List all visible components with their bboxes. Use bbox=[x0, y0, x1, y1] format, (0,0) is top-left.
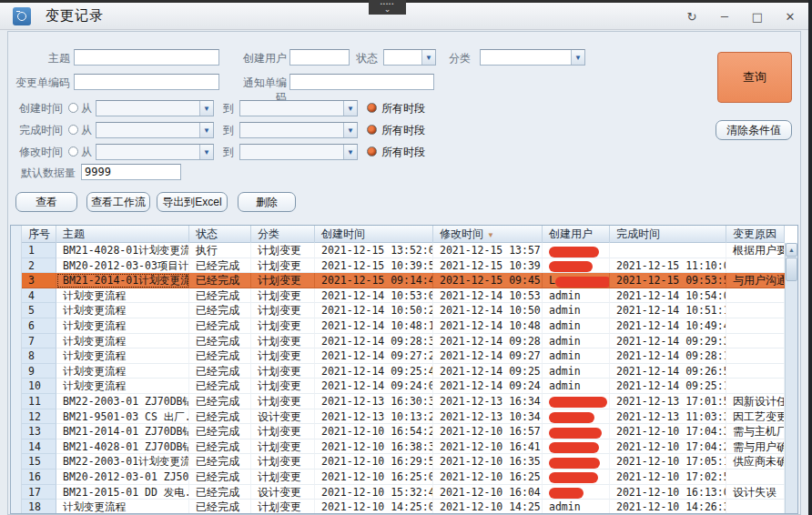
cell-modified: 2021-12-14 09:28:38 bbox=[433, 334, 543, 349]
default-count-input[interactable] bbox=[81, 164, 181, 180]
column-header-reason[interactable]: 变更原因 bbox=[726, 226, 785, 243]
table-row[interactable]: 2BM20-2012-03-03项目计...已经完成计划变更2021-12-15… bbox=[22, 258, 785, 274]
clear-conditions-button[interactable]: 清除条件值 bbox=[716, 120, 792, 140]
cell-reason: 因工艺变更 bbox=[726, 409, 785, 425]
creator-input[interactable] bbox=[289, 49, 350, 66]
cell-creator: admin bbox=[543, 348, 610, 364]
cell-category: 计划变更 bbox=[251, 318, 315, 334]
refresh-icon[interactable]: ↻ bbox=[685, 9, 699, 24]
chevron-down-icon: ▼ bbox=[343, 101, 357, 116]
cell-creator bbox=[543, 258, 610, 274]
table-row[interactable]: 11BM22-2003-01 ZJ70DB钻...已经完成计划变更2021-12… bbox=[22, 394, 785, 409]
created-allperiod-radio[interactable] bbox=[367, 103, 377, 113]
cell-reason bbox=[726, 288, 785, 304]
cell-creator bbox=[543, 454, 610, 470]
column-header-finished[interactable]: 完成时间 bbox=[610, 226, 726, 243]
table-row[interactable]: 13BM21-2014-01 ZJ70DB钻...已经完成计划变更2021-12… bbox=[22, 424, 785, 439]
scroll-up-icon[interactable]: ▲ bbox=[786, 243, 797, 257]
created-range-radio[interactable] bbox=[68, 103, 78, 113]
column-header-status[interactable]: 状态 bbox=[189, 226, 251, 243]
cell-status: 已经完成 bbox=[189, 409, 251, 425]
cell-modified: 2021-12-15 09:45:41 bbox=[433, 273, 543, 288]
cell-creator: admin bbox=[543, 318, 610, 334]
column-header-modified[interactable]: 修改时间▼ bbox=[433, 226, 543, 243]
cell-reason bbox=[726, 379, 785, 394]
column-header-creator[interactable]: 创建用户 bbox=[543, 226, 610, 243]
minimize-button[interactable]: ─ bbox=[717, 9, 732, 24]
cell-category: 计划变更 bbox=[251, 273, 315, 288]
table-row[interactable]: 10计划变更流程已经完成计划变更2021-12-14 09:24:082021-… bbox=[22, 379, 785, 394]
finished-range-radio[interactable] bbox=[68, 125, 78, 135]
chevron-down-icon: ▼ bbox=[199, 101, 213, 116]
cell-created: 2021-12-15 09:14:48 bbox=[315, 273, 433, 288]
table-row[interactable]: 7计划变更流程已经完成计划变更2021-12-14 09:28:382021-1… bbox=[22, 334, 785, 349]
modified-to-dropdown[interactable]: ▼ bbox=[239, 144, 358, 160]
modified-range-radio[interactable] bbox=[68, 146, 78, 157]
cell-reason bbox=[726, 364, 785, 379]
cell-modified: 2021-12-14 09:25:40 bbox=[433, 364, 543, 379]
export-excel-button[interactable]: 导出到Excel bbox=[157, 192, 228, 212]
cell-created: 2021-12-14 10:48:17 bbox=[315, 318, 433, 334]
maximize-button[interactable]: □ bbox=[750, 9, 765, 24]
change-code-input[interactable] bbox=[74, 74, 219, 90]
delete-button[interactable]: 删除 bbox=[238, 192, 296, 212]
modified-allperiod-radio[interactable] bbox=[367, 146, 377, 157]
cell-created: 2021-12-10 14:25:01 bbox=[315, 500, 433, 513]
column-header-no[interactable]: 序号 bbox=[22, 226, 56, 243]
cell-status: 已经完成 bbox=[189, 500, 251, 513]
redaction-mark bbox=[549, 247, 599, 258]
finished-from-dropdown[interactable]: ▼ bbox=[96, 122, 214, 138]
status-dropdown[interactable]: ▼ bbox=[383, 49, 436, 66]
status-label: 状态 bbox=[349, 51, 378, 66]
cell-subject: BM21-4028-01计划变更流程 bbox=[56, 243, 189, 258]
column-header-subject[interactable]: 主题 bbox=[56, 226, 189, 243]
cell-status: 已经完成 bbox=[189, 348, 251, 364]
cell-no: 7 bbox=[22, 334, 56, 349]
table-row[interactable]: 15BM22-2003-01计划变更流程已经完成计划变更2021-12-10 1… bbox=[22, 454, 785, 470]
view-workflow-button[interactable]: 查看工作流 bbox=[86, 192, 150, 212]
cell-created: 2021-12-14 09:28:38 bbox=[315, 334, 433, 349]
cell-created: 2021-12-14 09:25:40 bbox=[315, 364, 433, 379]
cell-reason bbox=[726, 334, 785, 349]
modified-from-dropdown[interactable]: ▼ bbox=[96, 144, 214, 160]
table-row[interactable]: 6计划变更流程已经完成计划变更2021-12-14 10:48:172021-1… bbox=[22, 318, 785, 334]
table-row[interactable]: 16BM20-2012-03-01 ZJ50D...已经完成计划变更2021-1… bbox=[22, 470, 785, 485]
cell-modified: 2021-12-10 16:57:18 bbox=[433, 424, 543, 439]
cell-modified: 2021-12-10 16:41:00 bbox=[433, 439, 543, 455]
column-header-category[interactable]: 分类 bbox=[251, 226, 315, 243]
table-row[interactable]: 5计划变更流程已经完成计划变更2021-12-14 10:50:202021-1… bbox=[22, 303, 785, 318]
table-row[interactable]: 1BM21-4028-01计划变更流程执行计划变更2021-12-15 13:5… bbox=[22, 243, 785, 258]
table-row[interactable]: 9计划变更流程已经完成计划变更2021-12-14 09:25:402021-1… bbox=[22, 364, 785, 379]
table-row[interactable]: 18计划变更流程已经完成计划变更2021-12-10 14:25:012021-… bbox=[22, 500, 785, 513]
cell-created: 2021-12-13 16:30:37 bbox=[315, 394, 433, 409]
cell-created: 2021-12-10 15:32:45 bbox=[315, 485, 433, 500]
cell-subject: 计划变更流程 bbox=[56, 288, 189, 304]
created-to-dropdown[interactable]: ▼ bbox=[239, 100, 358, 116]
notice-code-input[interactable] bbox=[289, 74, 434, 90]
view-button[interactable]: 查看 bbox=[15, 192, 77, 212]
cell-finished: 2021-12-10 16:13:02 bbox=[610, 485, 726, 500]
cell-category: 计划变更 bbox=[251, 288, 315, 304]
finished-allperiod-radio[interactable] bbox=[367, 125, 377, 135]
close-button[interactable]: ✕ bbox=[783, 9, 797, 24]
created-time-label: 创建时间 bbox=[15, 101, 63, 116]
vertical-scrollbar[interactable]: ▲ bbox=[785, 243, 797, 513]
scrollbar-thumb[interactable] bbox=[786, 258, 797, 281]
created-from-dropdown[interactable]: ▼ bbox=[96, 100, 214, 116]
screenshot-tool-tab[interactable]: ••••• ⌄ bbox=[369, 0, 406, 15]
cell-finished: 2021-12-10 17:05:18 bbox=[610, 454, 726, 470]
subject-input[interactable] bbox=[74, 49, 219, 66]
table-row[interactable]: 12BM21-9501-03 CS 出厂...已经完成设计变更2021-12-1… bbox=[22, 409, 785, 425]
table-row[interactable]: 8计划变更流程已经完成计划变更2021-12-14 09:27:202021-1… bbox=[22, 348, 785, 364]
table-row[interactable]: 4计划变更流程已经完成计划变更2021-12-14 10:53:032021-1… bbox=[22, 288, 785, 304]
query-button[interactable]: 查询 bbox=[717, 52, 792, 103]
table-row[interactable]: 17BM21-2015-01 DD 发电...已经完成设计变更2021-12-1… bbox=[22, 485, 785, 500]
table-row[interactable]: 3BM21-2014-01计划变更流程已经完成计划变更2021-12-15 09… bbox=[22, 273, 785, 288]
cell-no: 1 bbox=[22, 243, 56, 258]
finished-to-dropdown[interactable]: ▼ bbox=[239, 122, 358, 138]
category-dropdown[interactable]: ▼ bbox=[480, 49, 585, 66]
cell-creator: admin bbox=[543, 364, 610, 379]
table-left-gutter bbox=[11, 226, 22, 513]
table-row[interactable]: 14BM21-4028-01 ZJ70DB钻...已经完成计划变更2021-12… bbox=[22, 439, 785, 455]
column-header-created[interactable]: 创建时间 bbox=[315, 226, 433, 243]
